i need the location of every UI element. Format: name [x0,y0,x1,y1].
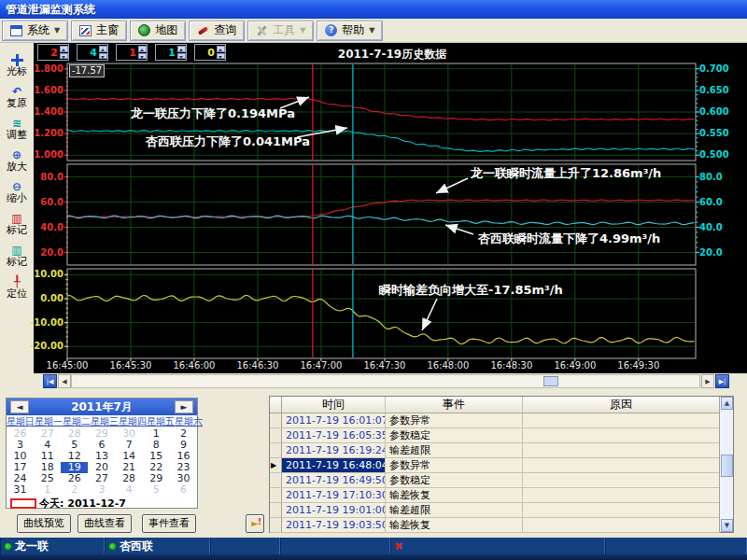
column-header-2[interactable]: 原因 [523,397,720,413]
calendar-prev-month-button[interactable]: ◄ [10,400,29,413]
spinner-up-button[interactable] [99,46,107,52]
curve-spinner-2[interactable]: 1 [116,44,148,61]
event-reason-cell[interactable] [523,488,720,503]
calendar-day[interactable]: 4 [116,484,143,496]
calendar-next-month-button[interactable]: ► [175,400,193,413]
event-reason-cell[interactable] [523,443,720,458]
date-picker-calendar: ◄ 2011年7月 ► 星期日星期一星期二星期三星期四星期五星期六 262728… [6,398,198,509]
table-row[interactable]: 2011-7-19 16:01:07参数异常 [270,413,733,428]
event-type-cell[interactable]: 输差超限 [386,443,523,458]
curve-view-button[interactable]: 曲线查看 [78,514,132,533]
spinner-down-button[interactable] [138,53,147,60]
curve-preview-button[interactable]: 曲线预览 [17,514,71,533]
column-header-0[interactable]: 时间 [282,397,386,413]
window-titlebar[interactable]: 管道泄漏监测系统 [0,0,747,19]
scrollbar-track[interactable] [71,374,700,388]
event-time-cell[interactable]: 2011-7-19 16:01:07 [282,413,386,428]
event-time-cell[interactable]: 2011-7-19 16:19:24 [282,443,386,458]
system-menu-button[interactable]: 系统 ▼ [2,21,68,41]
status-bar: 龙一联杏西联✖ [0,538,747,560]
calendar-day[interactable]: 5 [143,484,170,496]
weekday-label: 星期六 [175,415,203,428]
event-reason-cell[interactable] [523,503,720,518]
event-time-cell[interactable]: 2011-7-19 16:49:50 [282,473,386,488]
restore-tool[interactable]: ↶ 复原 [0,86,34,109]
event-type-cell[interactable]: 参数异常 [386,413,523,428]
scroll-left-button[interactable]: ◀ [58,374,71,388]
event-view-button[interactable]: 事件查看 [142,514,196,533]
status-bar-strip [0,554,747,560]
event-type-cell[interactable]: 输差恢复 [386,518,523,533]
event-type-cell[interactable]: 参数稳定 [386,473,523,488]
calendar-day[interactable]: 1 [34,484,61,496]
open-record-button[interactable]: ► [246,514,264,533]
tools-menu-button: 工具 ▼ [247,21,314,41]
spinner-down-button[interactable] [60,53,68,60]
help-menu-button[interactable]: ? 帮助 ▼ [317,21,383,41]
event-type-cell[interactable]: 输差超限 [386,503,523,518]
event-type-cell[interactable]: 参数异常 [386,458,523,473]
spinner-value: 4 [78,47,99,59]
calendar-day[interactable]: 2 [61,484,88,496]
tools-icon [256,25,268,36]
spinner-down-button[interactable] [99,53,107,60]
help-icon: ? [325,24,337,36]
locate-tool[interactable]: ╀ 定位 [0,276,34,300]
table-row[interactable]: ▶2011-7-19 16:48:04参数异常 [270,458,733,473]
event-type-cell[interactable]: 参数稳定 [386,428,523,443]
event-reason-cell[interactable] [523,473,720,488]
zoom-out-tool[interactable]: ⊖ 缩小 [0,181,34,204]
scrollbar-thumb[interactable] [543,376,558,386]
event-time-cell[interactable]: 2011-7-19 16:05:35 [282,428,386,443]
curve-spinner-1[interactable]: 4 [77,44,108,61]
status-cell-5 [605,538,747,554]
status-cell-3 [280,538,390,554]
scrollbar-thumb[interactable] [721,455,733,477]
event-reason-cell[interactable] [523,518,720,533]
table-row[interactable]: 2011-7-19 16:49:50参数稳定 [270,473,733,488]
scroll-right-button[interactable]: ▶ [701,374,714,388]
query-button[interactable]: 查询 [189,21,245,41]
scroll-first-button[interactable]: |◀ [43,374,57,388]
table-row[interactable]: 2011-7-19 16:05:35参数稳定 [270,428,733,443]
event-time-cell[interactable]: 2011-7-19 19:03:50 [282,518,386,533]
spinner-up-button[interactable] [217,46,225,52]
event-time-cell[interactable]: 2011-7-19 19:01:00 [282,503,386,518]
table-row[interactable]: 2011-7-19 16:19:24输差超限 [270,443,733,458]
calendar-day[interactable]: 31 [7,484,34,496]
event-reason-cell[interactable] [523,458,720,473]
event-reason-cell[interactable] [523,413,720,428]
spinner-up-button[interactable] [60,46,68,52]
map-button[interactable]: 地图 [130,21,186,41]
calendar-day[interactable]: 6 [170,484,197,496]
curve-spinner-4[interactable]: 0 [194,44,226,61]
calendar-day[interactable]: 3 [88,484,115,496]
table-row[interactable]: 2011-7-19 17:10:30输差恢复 [270,488,733,503]
event-reason-cell[interactable] [523,428,720,443]
main-window-button[interactable]: 主窗 [71,21,127,41]
calendar-header: ◄ 2011年7月 ► [7,399,197,415]
cursor-tool[interactable]: 光标 [0,54,34,77]
event-time-cell[interactable]: 2011-7-19 16:48:04 [282,458,386,473]
event-time-cell[interactable]: 2011-7-19 17:10:30 [282,488,386,503]
chevron-down-icon: ▼ [300,26,305,35]
event-type-cell[interactable]: 输差恢复 [386,488,523,503]
today-marker-box[interactable] [10,498,36,509]
spinner-down-button[interactable] [217,53,225,60]
adjust-tool[interactable]: ≋ 调整 [0,118,34,141]
column-header-1[interactable]: 事件 [386,397,523,413]
map-icon [138,24,150,36]
table-row[interactable]: 2011-7-19 19:01:00输差超限 [270,503,733,518]
table-row[interactable]: 2011-7-19 19:03:50输差恢复 [270,518,733,533]
curve-spinner-0[interactable]: 2 [37,44,69,61]
zoom-in-tool[interactable]: ⊕ 放大 [0,149,34,173]
scroll-up-button[interactable]: ▲ [721,397,733,410]
spinner-up-button[interactable] [177,46,186,52]
spinner-down-button[interactable] [177,53,186,60]
mark-cyan-tool[interactable]: ▥ 标记 [0,245,34,268]
scroll-last-button[interactable]: ▶| [715,374,729,388]
spinner-up-button[interactable] [138,46,147,52]
scroll-down-button[interactable]: ▼ [721,519,733,532]
mark-red-tool[interactable]: ▥ 标记 [0,213,34,236]
curve-spinner-3[interactable]: 1 [155,44,187,61]
